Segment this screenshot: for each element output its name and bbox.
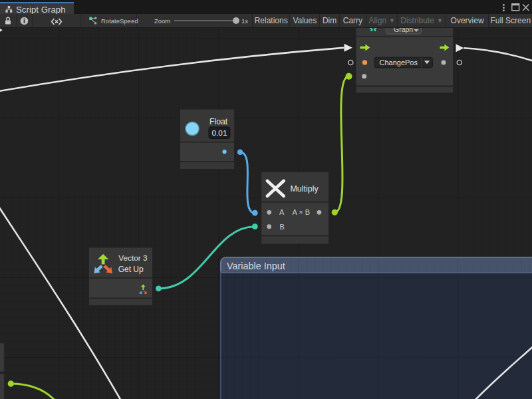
svg-text:Variable Input: Variable Input	[227, 261, 285, 271]
svg-text:Vector 3: Vector 3	[118, 253, 148, 263]
svg-text:0.01: 0.01	[212, 128, 227, 138]
svg-text:ChangePos: ChangePos	[380, 59, 418, 66]
svg-text:Float: Float	[209, 117, 228, 126]
svg-text:Multiply: Multiply	[290, 184, 319, 194]
svg-text:Get Up: Get Up	[118, 265, 144, 274]
svg-text:B: B	[280, 223, 285, 231]
svg-text:A × B: A × B	[292, 208, 310, 216]
svg-text:A: A	[279, 208, 285, 216]
